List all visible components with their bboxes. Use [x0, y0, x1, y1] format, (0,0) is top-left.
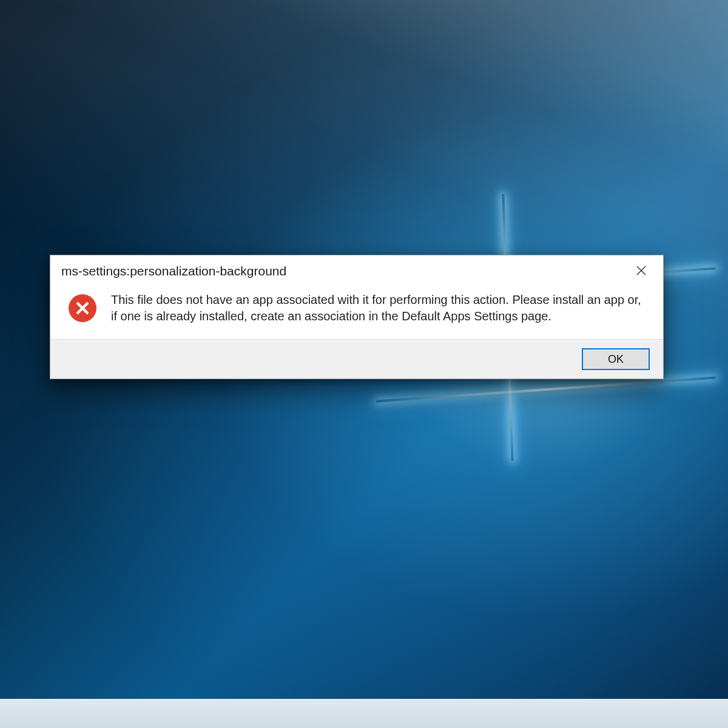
dialog-title: ms-settings:personalization-background — [61, 264, 286, 278]
error-icon — [67, 293, 98, 323]
error-dialog: ms-settings:personalization-background — [50, 255, 664, 379]
dialog-body: This file does not have an app associate… — [50, 283, 663, 339]
close-button[interactable] — [628, 261, 655, 281]
ok-button[interactable]: OK — [582, 348, 650, 370]
taskbar[interactable] — [0, 699, 728, 728]
dialog-titlebar: ms-settings:personalization-background — [50, 255, 663, 283]
desktop-wallpaper: ms-settings:personalization-background — [0, 0, 728, 728]
dialog-footer: OK — [50, 339, 663, 379]
dialog-message: This file does not have an app associate… — [111, 292, 645, 325]
close-icon — [636, 265, 646, 278]
